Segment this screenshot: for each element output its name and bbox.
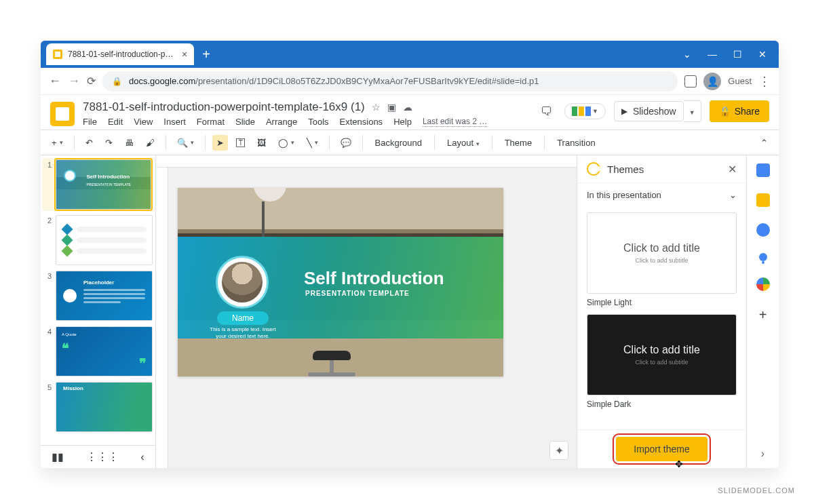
chair-graphic	[301, 351, 362, 376]
print-icon[interactable]: 🖶	[121, 135, 138, 151]
select-tool-icon[interactable]: ➤	[212, 135, 228, 151]
slides-logo-icon[interactable]	[50, 102, 75, 126]
meet-icon	[585, 106, 591, 116]
hide-sidepanel-icon[interactable]: ›	[761, 448, 764, 468]
textbox-tool-icon[interactable]: 🅃	[232, 135, 249, 151]
watermark: SLIDEMODEL.COM	[718, 486, 795, 495]
toolbar: +▾ ↶ ↷ 🖶 🖌 🔍▾ ➤ 🅃 🖼 ◯▾ ╲▾ 💬 Background L…	[41, 130, 779, 155]
themes-section-label: In this presentation	[587, 190, 661, 200]
theme-card-simple-dark[interactable]: Click to add title Click to add subtitle	[587, 314, 737, 395]
tab-close-icon[interactable]: ×	[182, 49, 187, 60]
themes-panel-title: Themes	[607, 163, 721, 175]
menu-edit[interactable]: Edit	[108, 117, 123, 127]
comments-icon[interactable]: 🗨	[537, 102, 556, 121]
explore-button[interactable]: ✦	[549, 441, 568, 460]
extensions-icon[interactable]	[684, 75, 697, 88]
nav-forward-icon[interactable]: →	[68, 74, 80, 88]
avatar-frame	[216, 256, 269, 309]
menu-help[interactable]: Help	[393, 117, 412, 127]
calendar-icon[interactable]	[756, 163, 770, 177]
redo-icon[interactable]: ↷	[101, 135, 117, 151]
caret-down-icon: ▼	[689, 109, 695, 116]
tasks-icon[interactable]	[756, 223, 770, 237]
meet-icon	[572, 106, 577, 116]
line-tool-icon[interactable]: ╲▾	[303, 135, 322, 151]
last-edit-link[interactable]: Last edit was 2 …	[423, 117, 487, 127]
grid-view-icon[interactable]: ⋮⋮⋮	[86, 450, 119, 463]
maps-icon[interactable]	[756, 277, 770, 291]
reload-icon[interactable]: ⟳	[87, 75, 96, 88]
paint-format-icon[interactable]: 🖌	[142, 135, 159, 151]
menu-view[interactable]: View	[134, 117, 153, 127]
star-icon[interactable]: ☆	[372, 102, 381, 113]
collapse-panel-icon[interactable]: ‹	[140, 451, 144, 463]
menu-format[interactable]: Format	[197, 117, 225, 127]
cursor-icon: ✥	[675, 459, 683, 468]
slide-subtitle: PRESENTATION TEMPLATE	[305, 290, 410, 297]
url-text: docs.google.com/presentation/d/1D9CiL08o…	[129, 76, 539, 86]
import-theme-button[interactable]: Import theme	[616, 437, 707, 461]
menu-slide[interactable]: Slide	[235, 117, 255, 127]
slide-title: Self Introduction	[304, 268, 444, 289]
add-addon-icon[interactable]: +	[759, 307, 767, 323]
nav-back-icon[interactable]: ←	[49, 74, 61, 88]
layout-button[interactable]: Layout ▾	[442, 135, 485, 151]
filmstrip-view-icon[interactable]: ▮▮	[52, 450, 64, 463]
thumbnail-5[interactable]: 5 Mission	[43, 382, 153, 432]
document-title[interactable]: 7881-01-self-introduction-powerpoint-tem…	[83, 100, 365, 114]
caret-down-icon: ▾	[476, 140, 480, 147]
url-field[interactable]: 🔒 docs.google.com/presentation/d/1D9CiL0…	[102, 71, 678, 92]
background-button[interactable]: Background	[370, 135, 427, 151]
menu-tools[interactable]: Tools	[308, 117, 328, 127]
theme-card-simple-light[interactable]: Click to add title Click to add subtitle	[587, 212, 737, 294]
thumbnail-2[interactable]: 2	[43, 215, 153, 265]
sample-text: This is a sample text. Insert your desir…	[209, 326, 277, 339]
keep-icon[interactable]	[756, 193, 770, 207]
zoom-button[interactable]: 🔍▾	[173, 135, 198, 151]
browser-menu-icon[interactable]: ⋮	[758, 74, 771, 89]
image-tool-icon[interactable]: 🖼	[253, 135, 270, 151]
maximize-icon[interactable]: ☐	[733, 49, 742, 60]
theme-name: Simple Dark	[587, 400, 737, 409]
move-icon[interactable]: ▣	[387, 102, 396, 113]
app-header: 7881-01-self-introduction-powerpoint-tem…	[41, 95, 779, 130]
thumbnail-3[interactable]: 3 Placeholder	[43, 271, 153, 321]
browser-titlebar: 7881-01-self-introduction-powe × + ⌄ ― ☐…	[41, 41, 779, 68]
contacts-icon[interactable]	[759, 253, 767, 261]
menu-extensions[interactable]: Extensions	[340, 117, 383, 127]
slideshow-dropdown[interactable]: ▼	[684, 100, 701, 122]
minimize-icon[interactable]: ―	[708, 49, 717, 60]
slideshow-button[interactable]: ▶ Slideshow	[614, 101, 684, 121]
menu-file[interactable]: File	[83, 117, 97, 127]
profile-avatar-icon[interactable]: 👤	[703, 73, 721, 90]
undo-icon[interactable]: ↶	[81, 135, 97, 151]
current-slide[interactable]: Name This is a sample text. Insert your …	[178, 188, 503, 376]
theme-name: Simple Light	[587, 298, 737, 307]
transition-button[interactable]: Transition	[551, 135, 601, 151]
close-window-icon[interactable]: ✕	[758, 49, 767, 60]
chevron-down-icon[interactable]: ⌄	[683, 49, 691, 60]
thumbnail-4[interactable]: 4 A Quote ❝❞	[43, 326, 153, 376]
comment-tool-icon[interactable]: 💬	[336, 135, 355, 151]
new-tab-button[interactable]: +	[194, 43, 218, 65]
collapse-toolbar-icon[interactable]: ⌃	[756, 135, 772, 151]
themes-section-toggle[interactable]: In this presentation ⌄	[577, 183, 746, 207]
new-slide-button[interactable]: +▾	[47, 135, 67, 151]
share-button[interactable]: 🔒 Share	[710, 100, 769, 122]
menu-insert[interactable]: Insert	[163, 117, 186, 127]
close-panel-icon[interactable]: ✕	[728, 163, 737, 176]
window-controls: ⌄ ― ☐ ✕	[683, 41, 779, 68]
thumbnail-1[interactable]: 1 Self Introduction PRESENTATION TEMPLAT…	[42, 158, 153, 211]
thumbnails-footer: ▮▮ ⋮⋮⋮ ‹	[41, 445, 155, 468]
slide-thumbnails[interactable]: 1 Self Introduction PRESENTATION TEMPLAT…	[41, 155, 156, 468]
shape-tool-icon[interactable]: ◯▾	[274, 135, 298, 151]
meet-button[interactable]: ▼	[564, 103, 606, 119]
slideshow-label: Slideshow	[633, 106, 676, 117]
name-chip: Name	[217, 311, 269, 325]
theme-button[interactable]: Theme	[499, 135, 537, 151]
menu-arrange[interactable]: Arrange	[266, 117, 297, 127]
cloud-saved-icon[interactable]: ☁	[403, 102, 412, 113]
slide-canvas[interactable]: Name This is a sample text. Insert your …	[156, 155, 577, 468]
tab-strip: 7881-01-self-introduction-powe × +	[41, 41, 218, 68]
browser-tab[interactable]: 7881-01-self-introduction-powe ×	[46, 43, 194, 65]
